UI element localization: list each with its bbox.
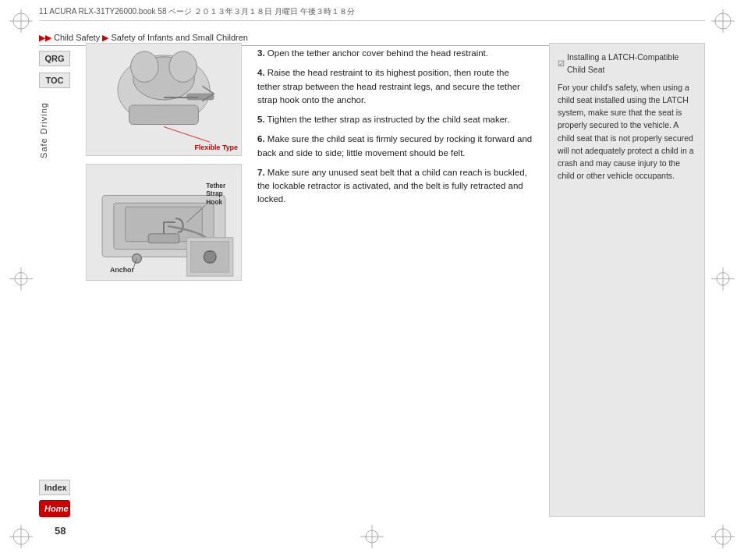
step-4-number: 4. [257, 68, 265, 77]
sidebar-bottom: Index Home [39, 480, 82, 517]
check-icon: ☑ [558, 58, 565, 69]
image-section: Flexible Type [86, 43, 242, 517]
svg-text:Flexible Type: Flexible Type [194, 144, 238, 151]
step-6-text: Make sure the child seat is firmly secur… [257, 134, 532, 157]
svg-rect-35 [148, 234, 179, 243]
center-left-mark [9, 268, 33, 293]
corner-mark-tl [9, 9, 33, 35]
step-3-number: 3. [257, 48, 265, 58]
step-4-text: Raise the head restraint to its highest … [257, 68, 520, 105]
svg-text:Tether: Tether [206, 182, 226, 190]
step-6-number: 6. [257, 134, 265, 144]
breadcrumb-separator: ▶ [102, 33, 108, 42]
corner-mark-tr [711, 9, 735, 35]
info-box-title-text: Installing a LATCH-Compatible Child Seat [567, 51, 696, 76]
car-image-top: Flexible Type [86, 43, 242, 156]
svg-point-25 [131, 51, 159, 82]
info-box-body: For your child's safety, when using a ch… [558, 81, 696, 183]
sidebar: QRG TOC Safe Driving [39, 43, 82, 517]
svg-text:Hook: Hook [206, 198, 222, 206]
page-number: 58 [55, 525, 66, 537]
index-button[interactable]: Index [39, 480, 70, 495]
main-content: Flexible Type [86, 43, 705, 517]
step-7: 7. Make sure any unused seat belt that a… [257, 166, 533, 207]
car-image-bottom: Tether Strap Hook Anchor [86, 164, 242, 281]
breadcrumb-arrows: ▶▶ [39, 33, 51, 42]
corner-mark-br [711, 525, 735, 551]
svg-text:Strap: Strap [206, 190, 222, 197]
center-right-mark [711, 268, 735, 293]
top-bar-text: 11 ACURA RLX-31TY26000.book 58 ページ ２０１３年… [39, 6, 355, 17]
section-label: Safe Driving [39, 102, 48, 158]
step-3: 3. Open the tether anchor cover behind t… [257, 47, 533, 60]
qrg-button[interactable]: QRG [39, 51, 70, 66]
svg-text:Anchor: Anchor [110, 266, 135, 274]
top-bar: 11 ACURA RLX-31TY26000.book 58 ページ ２０１３年… [39, 6, 705, 21]
info-box-title: ☑ Installing a LATCH-Compatible Child Se… [558, 51, 696, 76]
step-7-text: Make sure any unused seat belt that a ch… [257, 168, 527, 204]
step-3-text: Open the tether anchor cover behind the … [267, 48, 488, 58]
step-5-text: Tighten the tether strap as instructed b… [267, 115, 510, 124]
breadcrumb-part1: Child Safety [54, 33, 100, 42]
step-5: 5. Tighten the tether strap as instructe… [257, 113, 533, 126]
toc-button[interactable]: TOC [39, 73, 70, 88]
info-box: ☑ Installing a LATCH-Compatible Child Se… [549, 43, 705, 517]
step-4: 4. Raise the head restraint to its highe… [257, 66, 533, 107]
text-section: 3. Open the tether anchor cover behind t… [257, 43, 533, 517]
svg-point-26 [169, 51, 197, 82]
home-button[interactable]: Home [39, 500, 70, 517]
step-7-number: 7. [257, 168, 265, 177]
corner-mark-bl [9, 525, 33, 551]
breadcrumb-part2: Safety of Infants and Small Children [112, 33, 248, 42]
step-5-number: 5. [257, 115, 265, 124]
step-6: 6. Make sure the child seat is firmly se… [257, 133, 533, 160]
svg-rect-24 [129, 105, 199, 125]
center-bottom-mark [360, 525, 384, 551]
